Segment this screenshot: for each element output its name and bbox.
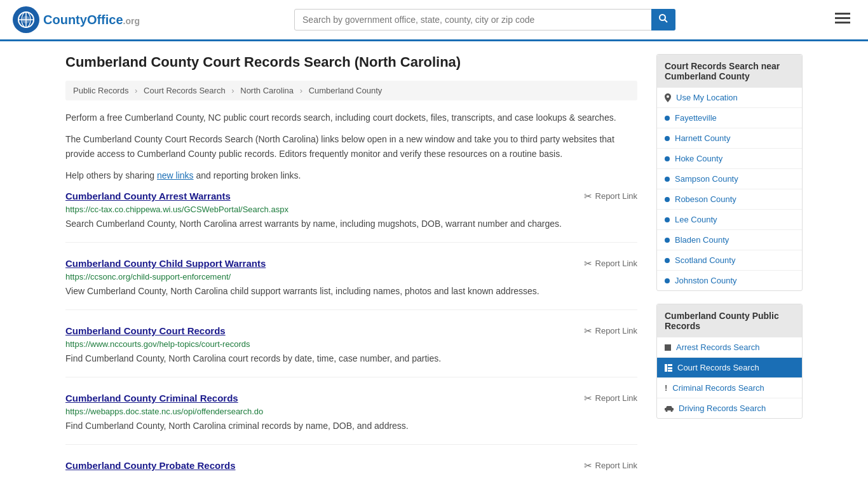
svg-rect-14 xyxy=(665,408,674,410)
svg-point-5 xyxy=(660,15,665,20)
description-3: Help others by sharing new links and rep… xyxy=(65,168,637,182)
sidebar-nearby-item: Harnett County xyxy=(657,128,802,149)
new-links-link[interactable]: new links xyxy=(157,170,194,180)
breadcrumb-court-records[interactable]: Court Records Search xyxy=(144,86,226,95)
columns-icon xyxy=(665,364,672,372)
sidebar-nearby-item: Use My Location xyxy=(657,88,802,108)
search-input[interactable] xyxy=(294,9,675,30)
report-label: Report Link xyxy=(595,393,637,403)
sidebar-nearby-link[interactable]: Scotland County xyxy=(657,250,802,270)
svg-rect-8 xyxy=(835,17,850,19)
breadcrumb-current: Cumberland County xyxy=(309,86,383,95)
nearby-section: Court Records Search near Cumberland Cou… xyxy=(656,54,803,291)
public-records-title: Cumberland County Public Records xyxy=(657,304,802,337)
report-label: Report Link xyxy=(595,191,637,201)
result-item: Cumberland County Court Records ✂ Report… xyxy=(65,325,637,377)
report-link[interactable]: ✂ Report Link xyxy=(584,258,637,269)
list-dot-icon xyxy=(665,177,670,182)
result-description: Find Cumberland County, North Carolina c… xyxy=(65,419,637,433)
result-item: Cumberland County Arrest Warrants ✂ Repo… xyxy=(65,191,637,243)
sidebar: Court Records Search near Cumberland Cou… xyxy=(656,54,803,488)
report-icon: ✂ xyxy=(584,393,592,404)
list-dot-icon xyxy=(665,258,670,263)
result-description: View Cumberland County, North Carolina c… xyxy=(65,285,637,298)
description-1: Perform a free Cumberland County, NC pub… xyxy=(65,111,637,125)
sidebar-nearby-label: Fayetteville xyxy=(675,113,717,123)
logo-name: CountyOffice.org xyxy=(43,13,140,27)
breadcrumb-north-carolina[interactable]: North Carolina xyxy=(240,86,294,95)
list-dot-icon xyxy=(665,278,670,283)
svg-rect-10 xyxy=(665,364,667,372)
result-item: Cumberland County Child Support Warrants… xyxy=(65,258,637,310)
description-3-after: and reporting broken links. xyxy=(194,170,301,180)
logo[interactable]: CountyOffice.org xyxy=(13,6,140,33)
sidebar-nearby-item: Fayetteville xyxy=(657,108,802,128)
sidebar-nearby-item: Lee County xyxy=(657,210,802,230)
location-icon xyxy=(665,93,671,102)
sidebar-pr-link[interactable]: Driving Records Search xyxy=(657,398,802,418)
result-description: Search Cumberland County, North Carolina… xyxy=(65,217,637,231)
report-link[interactable]: ✂ Report Link xyxy=(584,460,637,471)
report-label: Report Link xyxy=(595,461,637,470)
list-dot-icon xyxy=(665,217,670,222)
menu-button[interactable] xyxy=(830,9,855,30)
result-title[interactable]: Cumberland County Criminal Records xyxy=(65,393,238,403)
report-icon: ✂ xyxy=(584,325,592,337)
svg-rect-7 xyxy=(835,13,850,15)
exclamation-icon: ! xyxy=(665,383,667,393)
sidebar-nearby-link[interactable]: Fayetteville xyxy=(657,108,802,128)
svg-rect-13 xyxy=(668,370,672,372)
report-link[interactable]: ✂ Report Link xyxy=(584,325,637,337)
result-title[interactable]: Cumberland County Child Support Warrants xyxy=(65,258,266,269)
report-link[interactable]: ✂ Report Link xyxy=(584,393,637,404)
sidebar-pr-label: Court Records Search xyxy=(677,363,759,372)
sidebar-pr-link[interactable]: ! Criminal Records Search xyxy=(657,378,802,398)
sidebar-nearby-link[interactable]: Hoke County xyxy=(657,149,802,168)
nearby-title: Court Records Search near Cumberland Cou… xyxy=(657,55,802,88)
svg-rect-11 xyxy=(668,364,672,366)
sidebar-nearby-label: Harnett County xyxy=(675,133,730,143)
sidebar-pr-item: Arrest Records Search xyxy=(657,337,802,358)
report-link[interactable]: ✂ Report Link xyxy=(584,191,637,202)
result-url[interactable]: https://www.nccourts.gov/help-topics/cou… xyxy=(65,339,637,349)
public-records-section: Cumberland County Public Records Arrest … xyxy=(656,304,803,419)
search-button[interactable] xyxy=(651,9,675,30)
result-title[interactable]: Cumberland County Arrest Warrants xyxy=(65,191,231,201)
sidebar-nearby-label: Bladen County xyxy=(675,235,729,245)
breadcrumb-sep-2: › xyxy=(231,86,234,95)
sidebar-pr-item: Court Records Search xyxy=(657,358,802,378)
result-url[interactable]: https://cc-tax.co.chippewa.wi.us/GCSWebP… xyxy=(65,205,637,214)
sidebar-nearby-link[interactable]: Johnston County xyxy=(657,271,802,290)
result-title[interactable]: Cumberland County Court Records xyxy=(65,325,226,336)
svg-line-6 xyxy=(665,20,667,22)
sidebar-nearby-link[interactable]: Robeson County xyxy=(657,189,802,209)
sidebar-pr-link[interactable]: Arrest Records Search xyxy=(657,337,802,357)
sidebar-pr-label: Driving Records Search xyxy=(679,403,766,413)
sidebar-nearby-label: Robeson County xyxy=(675,194,736,204)
sidebar-nearby-link[interactable]: Use My Location xyxy=(657,88,802,107)
sidebar-nearby-link[interactable]: Lee County xyxy=(657,210,802,229)
sidebar-nearby-link[interactable]: Sampson County xyxy=(657,169,802,189)
sidebar-pr-link[interactable]: Court Records Search xyxy=(657,358,802,377)
sidebar-nearby-label: Use My Location xyxy=(676,93,738,102)
sidebar-nearby-item: Hoke County xyxy=(657,149,802,169)
content-area: Cumberland County Court Records Search (… xyxy=(65,54,637,488)
sidebar-nearby-label: Lee County xyxy=(675,215,717,224)
sidebar-nearby-item: Sampson County xyxy=(657,169,802,189)
sidebar-pr-item: Driving Records Search xyxy=(657,398,802,418)
list-dot-icon xyxy=(665,156,670,161)
breadcrumb-public-records[interactable]: Public Records xyxy=(73,86,128,95)
sidebar-pr-label: Arrest Records Search xyxy=(676,342,760,352)
description-3-before: Help others by sharing xyxy=(65,170,157,180)
sidebar-nearby-link[interactable]: Harnett County xyxy=(657,128,802,148)
report-label: Report Link xyxy=(595,326,637,336)
nearby-list: Use My Location Fayetteville Harnett Cou… xyxy=(657,88,802,290)
result-url[interactable]: https://ccsonc.org/child-support-enforce… xyxy=(65,272,637,281)
result-url[interactable]: https://webapps.doc.state.nc.us/opi/offe… xyxy=(65,407,637,416)
sidebar-nearby-item: Scotland County xyxy=(657,250,802,271)
sidebar-nearby-link[interactable]: Bladen County xyxy=(657,230,802,250)
svg-rect-9 xyxy=(835,22,850,24)
page-title: Cumberland County Court Records Search (… xyxy=(65,54,637,71)
sidebar-pr-item: ! Criminal Records Search xyxy=(657,378,802,398)
result-title[interactable]: Cumberland County Probate Records xyxy=(65,460,236,471)
